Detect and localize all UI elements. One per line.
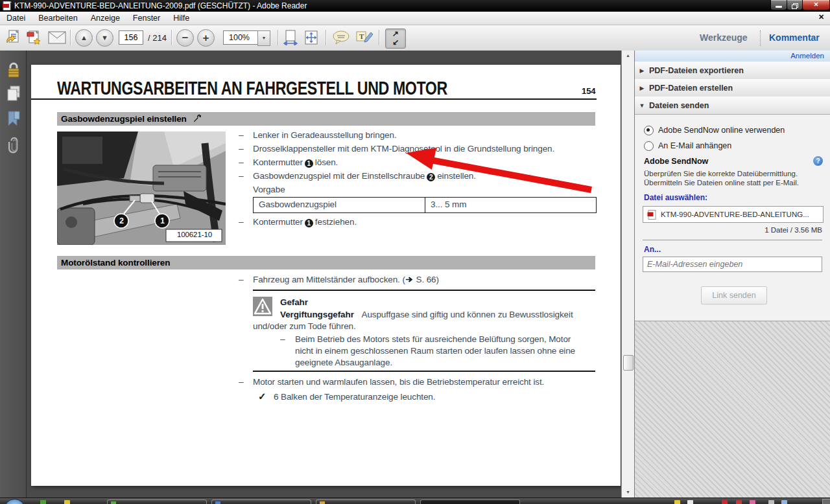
close-button[interactable]: ✕ [802,0,830,10]
toolbar: ▲ ▼ / 214 − + 100% ▼ T [0,25,830,51]
section-title: Gasbowdenzugspiel einstellen [61,114,187,124]
arrow-ne-icon: ↗ [392,29,399,38]
signin-link[interactable]: Anmelden [790,52,824,60]
bullet-text: Drosselklappensteller mit dem KTM-Diagno… [253,144,554,154]
restore-icon [792,3,798,9]
choose-file-link[interactable]: Datei auswählen: [644,193,707,202]
text-annotation-button[interactable]: T [355,29,374,46]
accordion-create-pdf[interactable]: ▶ PDF-Dateien erstellen [635,79,830,97]
scrollbar-thumb[interactable] [623,355,634,371]
comment-panel-toggle[interactable]: Kommentar [769,32,820,43]
close-icon: ✕ [814,1,819,8]
tray-icon[interactable] [722,500,728,504]
section-title: Motorölstand kontrollieren [61,258,170,268]
page-thumbnails-icon[interactable] [6,85,21,102]
fit-width-button[interactable] [283,29,298,46]
save-icon [5,30,21,45]
tray-icon[interactable] [768,500,774,504]
menu-fenster[interactable]: Fenster [126,12,167,25]
restore-button[interactable] [787,0,803,10]
windows-taskbar [0,498,830,504]
accordion-label: PDF-Dateien exportieren [649,66,744,75]
show-desktop-button[interactable] [822,499,830,504]
bookmarks-icon[interactable] [6,110,21,127]
scroll-up-arrow[interactable]: ▲ [622,51,634,61]
quicklaunch-icon[interactable] [64,500,70,504]
fullscreen-button[interactable]: ↗ ↙ [385,29,406,49]
security-lock-icon[interactable] [6,62,21,78]
start-button[interactable] [4,499,25,504]
zoom-in-button[interactable]: + [197,29,215,47]
tray-icon[interactable] [781,500,787,504]
chevron-down-icon: ▼ [262,36,267,40]
zoom-out-button[interactable]: − [176,29,194,47]
taskbar-button[interactable] [316,499,416,504]
quicklaunch-icon[interactable] [40,500,46,504]
fit-page-button[interactable] [303,29,319,46]
next-page-button[interactable]: ▼ [96,29,113,47]
attachments-paperclip-icon[interactable] [6,137,21,154]
sendnow-title: Adobe SendNow [644,157,708,166]
email-addresses-input[interactable] [643,257,822,272]
wrench-icon [193,114,202,123]
warning-text: Auspuffgase sind giftig und können zu Be… [361,310,573,319]
warning-line1: Vergiftungsgefahr Auspuffgase sind gifti… [280,310,573,319]
tray-icon[interactable] [687,500,693,504]
email-button[interactable] [48,29,66,46]
page-number-input[interactable] [119,30,143,45]
selected-file-box[interactable]: KTM-990-ADVENTURE-BED-ANLEITUNG... [643,206,824,223]
previous-page-button[interactable]: ▲ [75,29,93,47]
send-link-button[interactable]: Link senden [701,286,767,304]
radio-email-label[interactable]: An E-Mail anhängen [658,141,731,150]
pdf-file-icon [647,210,657,220]
toolbar-separator [171,30,172,45]
radio-sendnow-label[interactable]: Adobe SendNow online verwenden [658,126,785,135]
accordion-export-pdf[interactable]: ▶ PDF-Dateien exportieren [635,62,830,80]
taskbar-button-active[interactable] [420,499,520,504]
arrow-up-icon: ▲ [80,30,88,46]
document-page-number: 154 [582,86,595,96]
warning-sub-bullet-cont: nicht in einem geschlossenen Raum starte… [31,346,595,358]
comment-bubble-button[interactable] [332,29,350,46]
menu-bearbeiten[interactable]: Bearbeiten [32,12,84,25]
document-heading: WARTUNGSARBEITEN AN FAHRGESTELL UND MOTO… [57,78,447,99]
tray-icon[interactable] [750,500,755,504]
help-icon[interactable]: ? [813,156,823,166]
hand-reference-icon [405,276,414,283]
bullet-dash: – [239,377,252,387]
chevron-right-icon: ▶ [635,85,649,91]
comment-bubble-icon [332,30,350,45]
radio-email[interactable] [644,141,654,151]
toolbar-separator [70,30,71,45]
tray-icon[interactable] [736,500,742,504]
menu-hilfe[interactable]: Hilfe [167,12,196,25]
accordion-send-files[interactable]: ▼ Dateien senden [635,97,830,115]
tools-panel-toggle[interactable]: Werkzeuge [700,32,748,43]
close-pane-icon[interactable]: ✕ [818,13,824,21]
section-header-gasbowdenzugspiel: Gasbowdenzugspiel einstellen [57,112,595,126]
bullet-text-post: S. 66) [414,275,439,284]
panel-hatched-area [635,321,830,498]
selected-file-name: KTM-990-ADVENTURE-BED-ANLEITUNG... [661,211,809,218]
menu-anzeige[interactable]: Anzeige [84,12,126,25]
section-header-motoroelstand: Motorölstand kontrollieren [57,256,595,269]
radio-sendnow[interactable] [644,126,654,135]
taskbar-button[interactable] [107,499,207,504]
file-count-size: 1 Datei / 3.56 MB [635,226,822,234]
heading-rule [31,98,597,100]
recipients-link[interactable]: An... [644,245,661,254]
bullet-dash: – [239,171,252,181]
create-pdf-button[interactable] [26,29,42,46]
menu-datei[interactable]: Datei [0,12,32,25]
scroll-down-arrow[interactable]: ▼ [622,487,634,498]
zoom-dropdown-button[interactable]: ▼ [257,30,270,46]
bullet-text: Kontermutter1festziehen. [253,217,357,227]
task-icon [215,501,220,504]
tray-icon[interactable] [674,500,680,504]
vertical-scrollbar[interactable]: ▲ ▼ [621,51,634,498]
taskbar-button[interactable] [211,499,311,504]
text-annotation-icon: T [355,30,374,45]
minimize-button[interactable] [770,0,787,10]
panel-divider [643,240,822,240]
save-button[interactable] [5,29,21,46]
